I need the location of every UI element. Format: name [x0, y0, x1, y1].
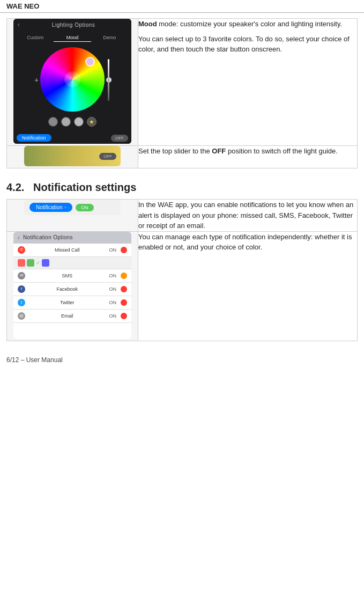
plus-icon-left: +	[34, 76, 39, 84]
notif-enable-text-cell: In the WAE app, you can enable notificat…	[138, 200, 358, 232]
notif-enable-image-cell: Notification › ON	[7, 200, 138, 232]
header-title: WAE NEO	[6, 2, 39, 10]
color-wheel-wrapper: +	[38, 45, 107, 115]
notification-options-screen: ‹ Notification Options ✆ Missed Call ON	[13, 232, 131, 339]
email-label: Email	[27, 313, 107, 319]
missed-call-label: Missed Call	[27, 247, 107, 253]
wheel-handle	[85, 57, 95, 67]
tab-mood: Mood	[54, 34, 91, 42]
notif-options-image-cell: ‹ Notification Options ✆ Missed Call ON	[7, 231, 138, 341]
notif-option-missed-call: ✆ Missed Call ON	[13, 244, 131, 257]
light-guide-toggle-off[interactable]: OFF	[99, 153, 116, 160]
app-screen-title: Lighting Options	[52, 22, 95, 28]
brightness-slider-vertical	[108, 59, 109, 101]
facebook-icon: f	[18, 285, 25, 293]
sms-color	[121, 273, 127, 279]
section-name: Notification settings	[33, 181, 136, 193]
mood-description-2: You can select up to 3 favorite colors. …	[138, 34, 357, 55]
notification-table: Notification › ON In the WAE app, you ca…	[6, 199, 358, 341]
email-color	[121, 313, 127, 319]
app-back-icon: ‹	[18, 21, 20, 28]
missed-call-icon: ✆	[18, 246, 25, 254]
toggle-on[interactable]: ON	[76, 204, 94, 211]
notification-btn-blue[interactable]: Notification ›	[29, 203, 72, 212]
table-row: Notification › ON In the WAE app, you ca…	[7, 200, 358, 232]
notif-options-description: You can manage each type of notification…	[138, 232, 357, 253]
twitter-icon: t	[18, 299, 25, 306]
notification-enable-screen: Notification › ON	[24, 200, 121, 215]
footer: 6/12 – User Manual	[0, 352, 364, 368]
chevron-right-icon: ›	[64, 205, 66, 210]
notification-button[interactable]: Notification	[17, 134, 51, 142]
notif-enable-description: In the WAE app, you can enable notificat…	[138, 200, 357, 231]
mood-text-cell: Mood mode: customize your speaker's colo…	[138, 19, 358, 146]
mood-image-cell: ‹ Lighting Options Custom Mood Demo	[7, 19, 138, 146]
twitter-color	[121, 299, 127, 306]
swatch-2	[27, 259, 34, 267]
notif-options-header: ‹ Notification Options	[13, 232, 131, 244]
table-row: OFF Set the top slider to the OFF positi…	[7, 146, 358, 168]
notif-option-sms: ✉ SMS ON	[13, 269, 131, 283]
notif-options-title: Notification Options	[23, 234, 73, 240]
lighting-app-screen: ‹ Lighting Options Custom Mood Demo	[13, 19, 131, 144]
swatch-1	[18, 259, 25, 267]
color-circle-3	[74, 117, 84, 127]
sms-icon: ✉	[18, 272, 25, 279]
color-circles-row: ★	[48, 117, 96, 127]
light-guide-description: Set the top slider to the OFF position t…	[138, 146, 357, 157]
missed-call-color	[121, 247, 127, 253]
notif-options-text-cell: You can manage each type of notification…	[138, 231, 358, 341]
off-bold: OFF	[212, 147, 226, 155]
color-circle-2	[61, 117, 71, 127]
light-guide-gradient: OFF	[24, 146, 121, 166]
table-row: ‹ Notification Options ✆ Missed Call ON	[7, 231, 358, 341]
notif-option-twitter: t Twitter ON	[13, 296, 131, 310]
page-header: WAE NEO	[0, 0, 364, 13]
email-icon: @	[18, 312, 25, 320]
mood-bold: Mood	[138, 20, 157, 28]
sms-label: SMS	[27, 273, 107, 278]
twitter-on: ON	[109, 300, 117, 305]
footer-text: 6/12 – User Manual	[6, 356, 63, 364]
email-on: ON	[109, 313, 117, 319]
facebook-label: Facebook	[27, 286, 107, 292]
color-circle-1	[48, 117, 58, 127]
color-wheel-inner	[64, 71, 80, 87]
light-guide-image-cell: OFF	[7, 146, 138, 168]
missed-call-on: ON	[109, 247, 117, 253]
section-title: 4.2. Notification settings	[0, 174, 364, 199]
light-guide-text-cell: Set the top slider to the OFF position t…	[138, 146, 358, 168]
table-row: ‹ Lighting Options Custom Mood Demo	[7, 19, 358, 146]
color-swatch-row: ✓	[13, 257, 131, 269]
tabs-row: Custom Mood Demo	[17, 34, 128, 42]
section-number: 4.2.	[6, 181, 24, 193]
tab-custom: Custom	[17, 34, 54, 42]
app-header-bar: ‹ Lighting Options	[13, 19, 131, 31]
notif-button-row: Notification › ON	[29, 203, 115, 212]
toggle-off[interactable]: OFF	[111, 135, 128, 142]
swatch-3	[42, 259, 49, 267]
mood-description-1: Mood mode: customize your speaker's colo…	[138, 19, 357, 30]
notif-options-back-icon[interactable]: ‹	[18, 234, 20, 241]
tab-demo: Demo	[91, 34, 128, 42]
checkmark-icon: ✓	[36, 260, 40, 266]
sms-on: ON	[109, 273, 117, 278]
facebook-color	[121, 286, 127, 292]
light-guide-screen: OFF	[24, 146, 121, 166]
notif-option-facebook: f Facebook ON	[13, 283, 131, 296]
main-content-table: ‹ Lighting Options Custom Mood Demo	[6, 18, 358, 168]
twitter-label: Twitter	[27, 300, 107, 305]
facebook-on: ON	[109, 286, 117, 292]
star-button[interactable]: ★	[87, 117, 96, 127]
color-wheel-container: Custom Mood Demo +	[13, 31, 131, 132]
notif-option-email: @ Email ON	[13, 310, 131, 323]
notif-toggle-row: Notification OFF	[13, 132, 131, 144]
screen-bottom-padding	[13, 323, 131, 339]
color-wheel	[40, 47, 105, 112]
